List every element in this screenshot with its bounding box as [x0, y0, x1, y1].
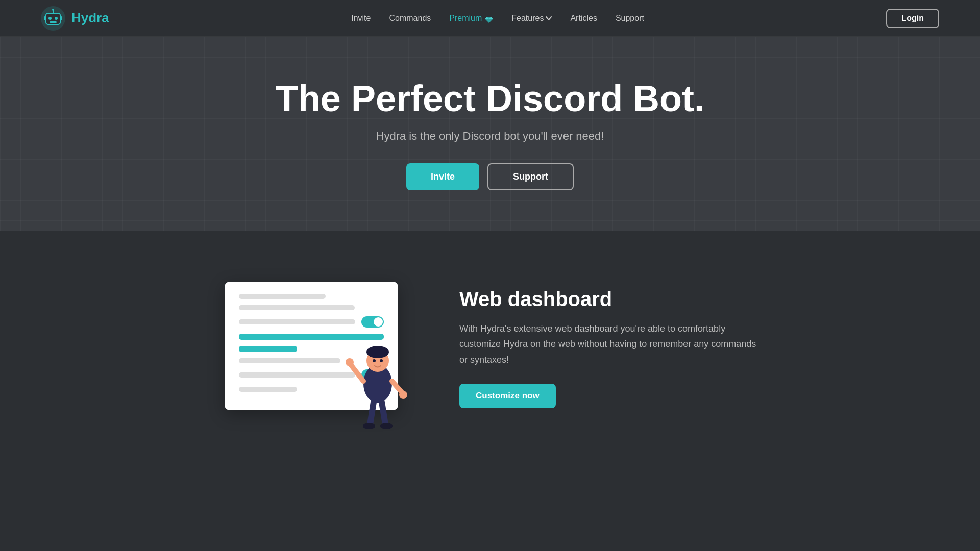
svg-line-15 — [350, 363, 363, 381]
svg-rect-7 — [44, 16, 46, 20]
svg-point-3 — [55, 17, 58, 20]
feature-description: With Hydra's extensive web dashboard you… — [459, 321, 766, 368]
svg-line-20 — [382, 402, 385, 424]
hero-support-button[interactable]: Support — [487, 163, 574, 190]
dash-line-4 — [239, 387, 297, 392]
svg-point-5 — [52, 9, 54, 11]
brand-name: Hydra — [71, 10, 109, 26]
hero-section: The Perfect Discord Bot. Hydra is the on… — [0, 37, 980, 231]
nav-features[interactable]: Features — [511, 14, 552, 23]
hero-buttons: Invite Support — [406, 163, 574, 190]
hero-title: The Perfect Discord Bot. — [276, 78, 704, 119]
svg-point-2 — [48, 17, 52, 20]
svg-point-24 — [380, 359, 383, 362]
svg-point-23 — [373, 359, 376, 362]
svg-point-16 — [346, 358, 354, 366]
dash-row-line — [239, 319, 355, 324]
dash-toggle-on[interactable] — [361, 316, 384, 328]
nav-links: Invite Commands Premium Features — [351, 14, 644, 23]
dashboard-illustration — [214, 271, 408, 424]
svg-line-19 — [370, 402, 374, 424]
figure-person — [337, 333, 419, 445]
nav-commands[interactable]: Commands — [389, 14, 431, 22]
nav-support[interactable]: Support — [616, 14, 644, 22]
hydra-logo-icon — [41, 6, 65, 31]
chevron-down-icon — [546, 14, 552, 23]
svg-point-22 — [380, 423, 393, 429]
gem-icon — [485, 15, 493, 21]
svg-point-21 — [363, 423, 375, 429]
nav-invite[interactable]: Invite — [351, 14, 371, 22]
nav-logo[interactable]: Hydra — [41, 6, 109, 31]
dash-teal-line-2 — [239, 346, 297, 352]
customize-now-button[interactable]: Customize now — [459, 384, 556, 408]
svg-point-14 — [366, 346, 389, 358]
svg-rect-8 — [60, 16, 62, 20]
svg-rect-6 — [50, 21, 57, 23]
feature-title: Web dashboard — [459, 288, 766, 311]
feature-text: Web dashboard With Hydra's extensive web… — [459, 288, 766, 409]
dash-line-3 — [239, 358, 340, 363]
login-button[interactable]: Login — [886, 9, 939, 28]
dash-line-2 — [239, 305, 355, 310]
hero-invite-button[interactable]: Invite — [406, 163, 479, 190]
svg-point-18 — [399, 391, 407, 399]
feature-section: Web dashboard With Hydra's extensive web… — [0, 231, 980, 465]
nav-articles[interactable]: Articles — [570, 14, 597, 22]
nav-premium[interactable]: Premium — [449, 14, 493, 23]
navbar: Hydra Invite Commands Premium Features — [0, 0, 980, 37]
hero-subtitle: Hydra is the only Discord bot you'll eve… — [376, 130, 604, 143]
dash-row-1 — [239, 316, 384, 328]
dash-line-1 — [239, 294, 326, 299]
